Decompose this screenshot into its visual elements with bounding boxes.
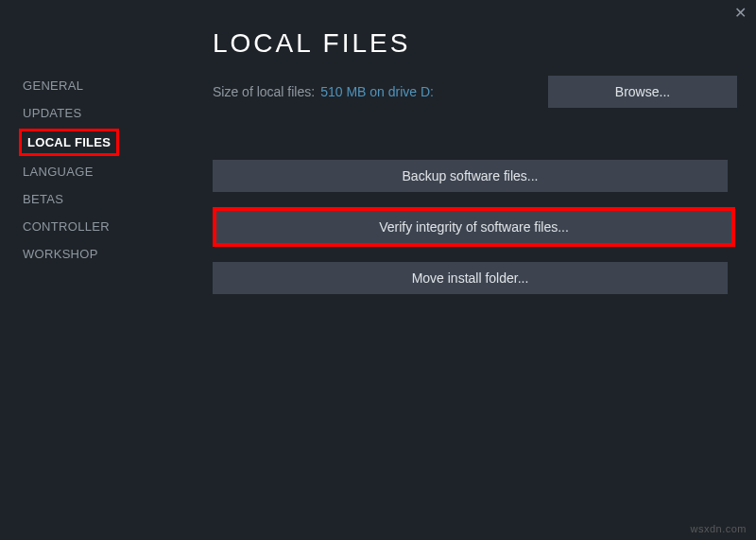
sidebar-item-general[interactable]: GENERAL xyxy=(19,72,189,99)
move-button[interactable]: Move install folder... xyxy=(213,262,728,294)
verify-button-highlight: Verify integrity of software files... xyxy=(213,207,735,247)
close-icon[interactable]: ✕ xyxy=(734,6,747,21)
main-panel: LOCAL FILES Size of local files: 510 MB … xyxy=(213,28,737,309)
page-title: LOCAL FILES xyxy=(213,28,737,59)
sidebar-item-controller[interactable]: CONTROLLER xyxy=(19,213,189,240)
size-info-row: Size of local files: 510 MB on drive D: … xyxy=(213,76,737,108)
verify-button[interactable]: Verify integrity of software files... xyxy=(216,211,731,243)
sidebar-item-betas[interactable]: BETAS xyxy=(19,185,189,213)
size-value: 510 MB on drive D: xyxy=(320,84,434,99)
sidebar-item-workshop[interactable]: WORKSHOP xyxy=(19,240,189,268)
sidebar-item-local-files[interactable]: LOCAL FILES xyxy=(19,129,119,156)
backup-button[interactable]: Backup software files... xyxy=(213,160,728,192)
sidebar-item-updates[interactable]: UPDATES xyxy=(19,99,189,127)
browse-button[interactable]: Browse... xyxy=(548,76,737,108)
watermark: wsxdn.com xyxy=(690,523,747,534)
size-label: Size of local files: xyxy=(213,84,315,99)
sidebar: GENERAL UPDATES LOCAL FILES LANGUAGE BET… xyxy=(19,72,189,268)
sidebar-item-language[interactable]: LANGUAGE xyxy=(19,158,189,185)
